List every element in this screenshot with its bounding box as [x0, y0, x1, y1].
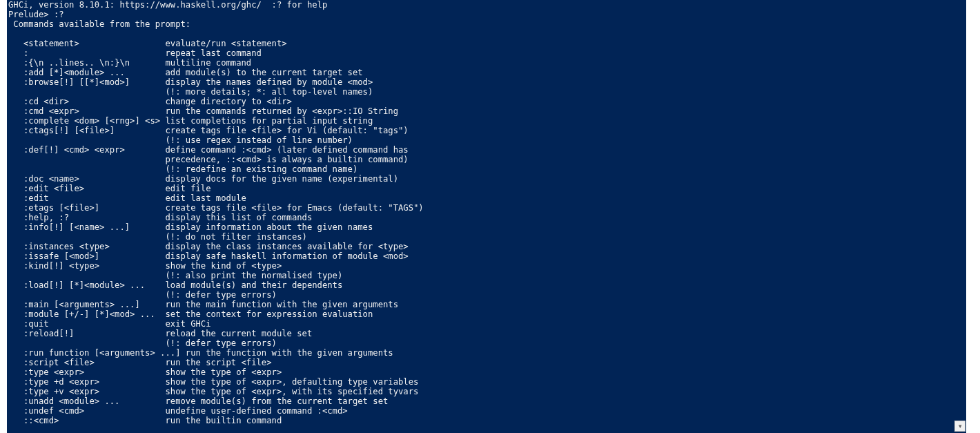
scroll-down-button[interactable]: ▾: [954, 421, 966, 432]
chevron-down-icon: ▾: [959, 423, 962, 430]
terminal-output: GHCi, version 8.10.1: https://www.haskel…: [7, 0, 966, 433]
ghci-terminal[interactable]: GHCi, version 8.10.1: https://www.haskel…: [7, 0, 966, 433]
